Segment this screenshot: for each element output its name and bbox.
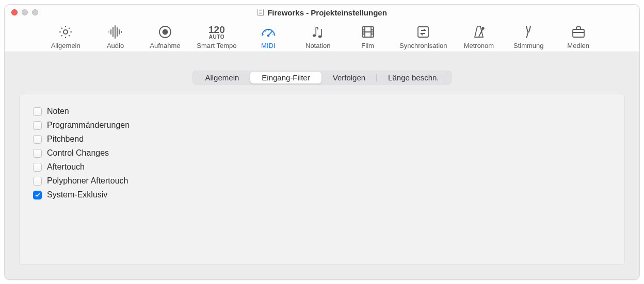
subtab-label: Eingang-Filter (262, 73, 310, 82)
input-filter-pane: Noten Programmänderungen Pitchbend Contr… (19, 94, 625, 265)
checkbox-label: Programmänderungen (47, 121, 130, 130)
tab-sync[interactable]: Synchronisation (399, 23, 447, 49)
tab-label: Notation (305, 42, 330, 49)
checkbox-notes[interactable] (33, 107, 42, 116)
titlebar: Fireworks - Projekteinstellungen (5, 5, 639, 20)
svg-point-16 (263, 34, 264, 35)
svg-point-19 (271, 31, 272, 32)
tab-recording[interactable]: Aufnahme (147, 23, 183, 49)
filmstrip-icon (361, 23, 375, 41)
tab-smart-tempo[interactable]: 120 AUTO Smart Tempo (197, 23, 236, 49)
tempo-number: 120 (208, 25, 225, 35)
tab-label: Smart Tempo (197, 42, 236, 49)
filter-row-control-changes: Control Changes (33, 148, 611, 158)
checkbox-label: Pitchbend (47, 135, 84, 144)
svg-point-13 (163, 30, 167, 35)
svg-rect-22 (316, 27, 317, 36)
checkbox-label: System-Exklusiv (47, 190, 107, 199)
window-title: Fireworks - Projekteinstellungen (5, 8, 639, 17)
svg-point-21 (313, 35, 316, 37)
filter-row-poly-aftertouch: Polyphoner Aftertouch (33, 176, 611, 186)
checkbox-control-changes[interactable] (33, 149, 42, 158)
checkbox-label: Polyphoner Aftertouch (47, 176, 128, 186)
svg-point-18 (268, 30, 269, 31)
tab-label: Medien (567, 42, 589, 49)
checkbox-label: Aftertouch (47, 162, 85, 172)
tab-label: Synchronisation (399, 42, 447, 49)
tab-assets[interactable]: Medien (560, 23, 597, 49)
svg-point-20 (272, 34, 273, 35)
metronome-icon (472, 23, 486, 41)
sync-icon (416, 23, 430, 41)
tab-audio[interactable]: Audio (98, 23, 134, 49)
subtab-general[interactable]: Allgemein (194, 72, 250, 83)
svg-rect-39 (573, 29, 584, 37)
tempo-auto-icon: 120 AUTO (208, 23, 225, 41)
tuning-fork-icon (522, 23, 535, 41)
svg-point-37 (482, 27, 484, 29)
subtab-chase[interactable]: Verfolgen (321, 72, 377, 83)
filter-row-pitchbend: Pitchbend (33, 135, 611, 144)
svg-point-4 (63, 30, 68, 34)
tab-notation[interactable]: Notation (300, 23, 336, 49)
checkbox-pitchbend[interactable] (33, 135, 42, 144)
gear-icon (58, 23, 73, 41)
document-icon (257, 9, 264, 16)
subtab-label: Allgemein (205, 73, 239, 82)
tab-label: Film (361, 42, 374, 49)
midi-subtabs: Allgemein Eingang-Filter Verfolgen Länge… (192, 71, 451, 85)
window-title-text: Fireworks - Projekteinstellungen (267, 8, 387, 17)
tab-label: Allgemein (51, 42, 81, 49)
svg-point-23 (318, 36, 321, 38)
checkbox-label: Noten (47, 107, 69, 116)
gauge-icon (260, 23, 277, 41)
content-area: Allgemein Eingang-Filter Verfolgen Länge… (5, 52, 639, 279)
checkbox-label: Control Changes (47, 148, 109, 158)
tab-label: Stimmung (513, 42, 544, 49)
subtab-input-filter[interactable]: Eingang-Filter (250, 72, 321, 83)
tab-label: Metronom (464, 42, 494, 49)
checkbox-program-changes[interactable] (33, 121, 42, 130)
tab-tuning[interactable]: Stimmung (510, 23, 546, 49)
subtab-label: Länge beschn. (388, 73, 439, 82)
preferences-toolbar: Allgemein Audio Aufnahme 120 AUTO Smart … (5, 20, 639, 52)
waveform-icon (107, 23, 124, 41)
project-settings-window: Fireworks - Projekteinstellungen Allgeme… (4, 4, 640, 280)
music-notes-icon (310, 23, 326, 41)
subtab-label: Verfolgen (333, 73, 365, 82)
briefcase-icon (571, 23, 586, 41)
checkbox-poly-aftertouch[interactable] (33, 177, 42, 186)
filter-row-notes: Noten (33, 107, 611, 116)
tab-label: Audio (107, 42, 124, 49)
tab-label: MIDI (261, 42, 275, 49)
subtab-clip-length[interactable]: Länge beschn. (377, 72, 450, 83)
filter-row-sysex: System-Exklusiv (33, 190, 611, 199)
svg-point-17 (265, 31, 266, 32)
tab-metronome[interactable]: Metronom (461, 23, 497, 49)
tab-movie[interactable]: Film (350, 23, 386, 49)
tab-midi[interactable]: MIDI (250, 23, 286, 49)
tab-label: Aufnahme (150, 42, 180, 49)
record-icon (158, 23, 172, 41)
filter-row-program-changes: Programmänderungen (33, 121, 611, 130)
tab-general[interactable]: Allgemein (47, 23, 84, 49)
checkbox-sysex[interactable] (33, 191, 42, 199)
filter-row-aftertouch: Aftertouch (33, 162, 611, 172)
svg-rect-24 (321, 29, 323, 37)
svg-rect-35 (418, 27, 428, 37)
checkbox-aftertouch[interactable] (33, 163, 42, 172)
tempo-mode: AUTO (208, 35, 225, 40)
